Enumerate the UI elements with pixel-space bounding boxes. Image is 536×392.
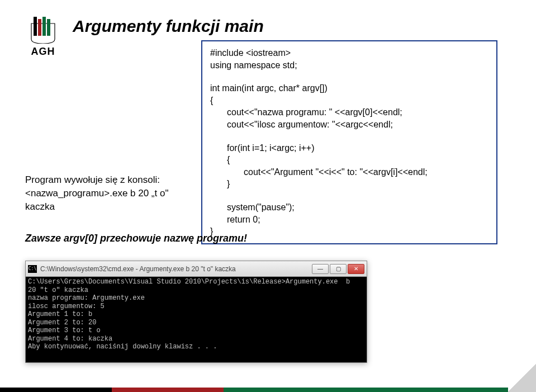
footer-segment-black bbox=[0, 388, 112, 392]
note: Zawsze argv[0] przechowuje nazwę program… bbox=[25, 233, 247, 244]
console-body: C:\Users\Grzes\Documents\Visual Studio 2… bbox=[26, 277, 367, 362]
code-line: } bbox=[210, 225, 488, 238]
logo-text: AGH bbox=[23, 46, 63, 58]
code-line: #include <iostream> bbox=[210, 47, 488, 59]
caption-line: <nazwa_programu>.exe b 20 „t o" kaczka bbox=[25, 187, 198, 214]
slide-title: Argumenty funkcji main bbox=[73, 17, 264, 36]
code-box: #include <iostream> using namespace std;… bbox=[201, 40, 497, 244]
logo: AGH bbox=[23, 16, 63, 58]
close-button[interactable]: ✕ bbox=[348, 264, 364, 274]
code-line: using namespace std; bbox=[210, 59, 488, 72]
code-line: cout<<"nazwa programu: " <<argv[0]<<endl… bbox=[210, 106, 488, 119]
minimize-button[interactable]: — bbox=[312, 264, 329, 274]
console-window: C:\ C:\Windows\system32\cmd.exe - Argume… bbox=[25, 261, 367, 363]
cmd-icon: C:\ bbox=[28, 265, 37, 273]
code-line: { bbox=[210, 95, 488, 107]
caption: Program wywołuje się z konsoli: <nazwa_p… bbox=[25, 173, 198, 213]
window-buttons: — ▢ ✕ bbox=[311, 264, 364, 274]
footer-segment-red bbox=[112, 388, 224, 392]
page-curl-icon bbox=[508, 364, 536, 392]
code-line: cout<<"Argument "<<i<<" to: "<<argv[i]<<… bbox=[210, 166, 488, 178]
code-line: } bbox=[210, 178, 488, 190]
code-line: cout<<"ilosc argumentow: "<<argc<<endl; bbox=[210, 119, 488, 131]
footer-bar bbox=[0, 388, 508, 392]
code-line: { bbox=[210, 154, 488, 166]
code-line: system("pause"); bbox=[210, 201, 488, 214]
svg-rect-0 bbox=[34, 17, 37, 36]
code-line: for(int i=1; i<argc; i++) bbox=[210, 142, 488, 154]
svg-rect-1 bbox=[38, 19, 41, 36]
logo-shield-icon bbox=[29, 16, 57, 44]
console-title: C:\Windows\system32\cmd.exe - Argumenty.… bbox=[40, 265, 311, 273]
code-line: int main(int argc, char* argv[]) bbox=[210, 82, 488, 95]
maximize-button[interactable]: ▢ bbox=[330, 264, 347, 274]
console-titlebar: C:\ C:\Windows\system32\cmd.exe - Argume… bbox=[26, 261, 367, 277]
footer-segment-green bbox=[224, 388, 508, 392]
svg-rect-3 bbox=[47, 19, 50, 36]
svg-rect-2 bbox=[42, 17, 46, 36]
code-line: return 0; bbox=[210, 214, 488, 226]
caption-line: Program wywołuje się z konsoli: bbox=[25, 173, 198, 187]
